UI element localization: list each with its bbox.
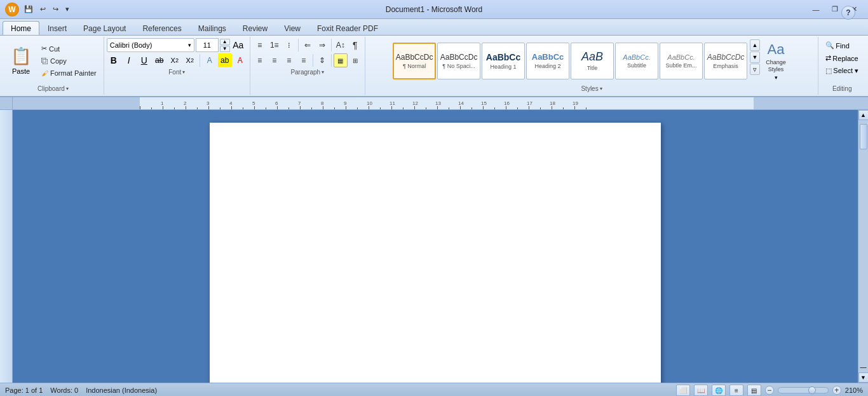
tab-insert[interactable]: Insert <box>39 21 75 35</box>
font-size-box[interactable]: 11 <box>196 38 219 52</box>
clipboard-expand-icon: ▾ <box>66 86 69 92</box>
font-row-2: B I U ab X2 X2 A ab A <box>107 53 247 67</box>
superscript-button[interactable]: X2 <box>183 53 197 67</box>
bullets-button[interactable]: ≡ <box>253 38 267 52</box>
ruler-canvas <box>13 97 868 110</box>
full-reading-view-button[interactable]: 📖 <box>694 385 708 396</box>
style-no-spacing[interactable]: AaBbCcDc ¶ No Spaci... <box>437 43 480 79</box>
font-size-decrease-button[interactable]: ▼ <box>220 46 230 52</box>
font-size-increase-button[interactable]: ▲ <box>220 39 230 45</box>
align-left-button[interactable]: ≡ <box>253 53 267 67</box>
style-subtle-em[interactable]: AaBbCc. Subtle Em... <box>660 43 703 79</box>
window-title: Document1 - Microsoft Word <box>386 5 483 14</box>
ribbon: 📋 Paste ✂ Cut ⿻ Copy 🖌 Format Painter C <box>0 36 868 97</box>
tab-references[interactable]: References <box>134 21 189 35</box>
style-title[interactable]: AaB Title <box>571 43 614 79</box>
zoom-slider[interactable] <box>778 387 829 393</box>
save-button[interactable]: 💾 <box>22 4 36 15</box>
styles-more-button[interactable]: ▿ <box>750 64 760 75</box>
style-normal[interactable]: AaBbCcDc ¶ Normal <box>393 43 436 79</box>
font-name-selector[interactable]: Calibri (Body) ▾ <box>107 38 194 52</box>
tab-review[interactable]: Review <box>234 21 276 35</box>
increase-indent-button[interactable]: ⇒ <box>315 38 329 52</box>
subscript-button[interactable]: X2 <box>168 53 182 67</box>
change-styles-arrow: ▾ <box>775 74 778 81</box>
style-subtle-em-preview: AaBbCc. <box>667 53 695 61</box>
style-heading1[interactable]: AaBbCc Heading 1 <box>482 43 525 79</box>
paragraph-label[interactable]: Paragraph ▾ <box>253 67 362 77</box>
borders-button[interactable]: ⊞ <box>348 53 362 67</box>
styles-group: AaBbCcDc ¶ Normal AaBbCcDc ¶ No Spaci...… <box>365 37 819 95</box>
document-page[interactable] <box>210 123 661 383</box>
tab-foxit[interactable]: Foxit Reader PDF <box>309 21 386 35</box>
scroll-split-button[interactable]: — <box>858 362 869 372</box>
style-heading2[interactable]: AaBbCc Heading 2 <box>526 43 569 79</box>
find-button[interactable]: 🔍 Find <box>822 39 852 51</box>
outline-view-button[interactable]: ≡ <box>729 385 743 396</box>
undo-button[interactable]: ↩ <box>37 4 48 15</box>
para-sep-4 <box>331 54 332 67</box>
text-effect-button[interactable]: A <box>203 53 217 67</box>
minimize-button[interactable]: — <box>807 3 825 16</box>
italic-button[interactable]: I <box>122 53 136 67</box>
customize-qa-button[interactable]: ▾ <box>63 4 72 15</box>
scroll-up-button[interactable]: ▲ <box>858 110 869 120</box>
web-layout-view-button[interactable]: 🌐 <box>712 385 726 396</box>
styles-scroll-up-button[interactable]: ▲ <box>750 39 760 51</box>
line-spacing-button[interactable]: ⇕ <box>315 53 329 67</box>
select-button[interactable]: ⬚ Select ▾ <box>822 65 862 77</box>
style-subtitle[interactable]: AaBbCc. Subtitle <box>615 43 658 79</box>
replace-button[interactable]: ⇄ Replace <box>822 52 861 64</box>
quick-access-toolbar: 💾 ↩ ↪ ▾ <box>22 4 72 15</box>
styles-scroll-down-button[interactable]: ▼ <box>750 51 760 63</box>
zoom-level[interactable]: 210% <box>845 386 863 394</box>
redo-button[interactable]: ↪ <box>50 4 61 15</box>
text-highlight-button[interactable]: ab <box>218 53 232 67</box>
document-scroll-area[interactable] <box>13 110 858 383</box>
font-color-button[interactable]: A <box>233 53 247 67</box>
cut-button[interactable]: ✂ Cut <box>38 43 100 55</box>
paste-button[interactable]: 📋 Paste <box>6 43 36 79</box>
zoom-out-button[interactable]: − <box>765 386 774 395</box>
justify-button[interactable]: ≡ <box>297 53 311 67</box>
shading-button[interactable]: ▦ <box>334 53 348 67</box>
copy-button[interactable]: ⿻ Copy <box>38 55 100 67</box>
scroll-down-button[interactable]: ▼ <box>858 372 869 383</box>
align-center-button[interactable]: ≡ <box>268 53 281 67</box>
para-row-2: ≡ ≡ ≡ ≡ ⇕ ▦ ⊞ <box>253 53 362 67</box>
paint-brush-icon: 🖌 <box>41 69 48 77</box>
tab-page-layout[interactable]: Page Layout <box>75 21 134 35</box>
zoom-in-button[interactable]: + <box>832 386 841 395</box>
draft-view-button[interactable]: ▤ <box>747 385 761 396</box>
font-label[interactable]: Font ▾ <box>107 67 247 77</box>
decrease-indent-button[interactable]: ⇐ <box>301 38 315 52</box>
language-indicator[interactable]: Indonesian (Indonesia) <box>86 386 157 394</box>
vertical-ruler <box>0 110 13 383</box>
strikethrough-button[interactable]: ab <box>153 53 166 67</box>
tab-view[interactable]: View <box>276 21 309 35</box>
styles-label[interactable]: Styles ▾ <box>368 84 816 93</box>
align-right-button[interactable]: ≡ <box>282 53 296 67</box>
style-emphasis[interactable]: AaBbCcDc Emphasis <box>704 43 747 79</box>
style-h1-preview: AaBbCc <box>486 52 520 62</box>
format-painter-button[interactable]: 🖌 Format Painter <box>38 67 100 79</box>
para-sep-3 <box>313 54 313 67</box>
title-bar-left: W 💾 ↩ ↪ ▾ <box>5 3 72 17</box>
numbering-button[interactable]: 1≡ <box>268 38 281 52</box>
multilevel-list-button[interactable]: ⫶ <box>282 38 296 52</box>
tab-mailings[interactable]: Mailings <box>190 21 234 35</box>
change-styles-button[interactable]: Aa Change Styles ▾ <box>761 39 790 83</box>
scissors-icon: ✂ <box>41 44 47 53</box>
clear-format-button[interactable]: Aa <box>231 38 245 52</box>
font-dropdown-icon: ▾ <box>188 42 191 48</box>
bold-button[interactable]: B <box>107 53 121 67</box>
style-subtle-em-label: Subtle Em... <box>666 62 697 69</box>
scroll-thumb[interactable] <box>860 124 867 149</box>
clipboard-label[interactable]: Clipboard ▾ <box>5 84 101 93</box>
underline-button[interactable]: U <box>137 53 151 67</box>
print-layout-view-button[interactable]: ⬜ <box>676 385 690 396</box>
show-formatting-button[interactable]: ¶ <box>348 38 362 52</box>
tab-home[interactable]: Home <box>3 21 39 35</box>
help-button[interactable]: ? <box>841 6 855 20</box>
sort-button[interactable]: A↕ <box>334 38 348 52</box>
